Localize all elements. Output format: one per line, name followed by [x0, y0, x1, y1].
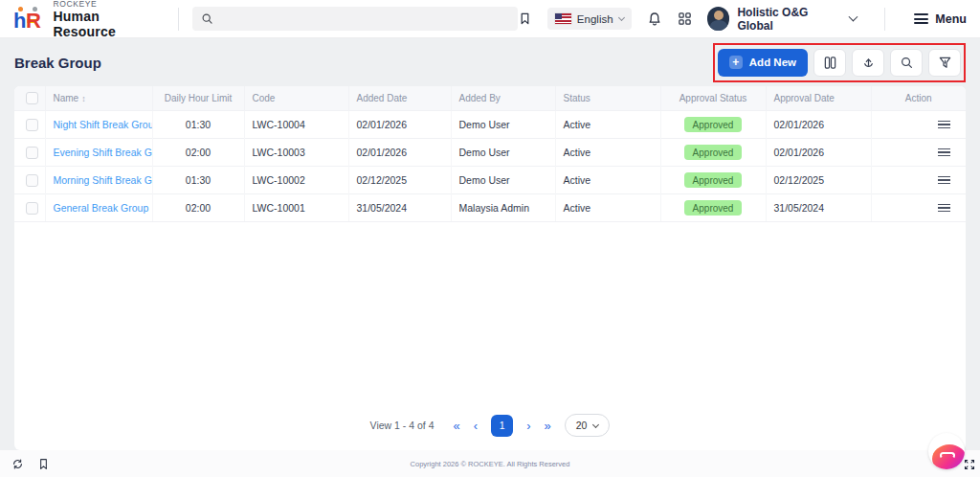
break-group-link[interactable]: Morning Shift Break Group [54, 174, 153, 186]
break-group-link[interactable]: Night Shift Break Group [54, 119, 153, 130]
chevron-down-icon [618, 13, 625, 20]
copyright-text: Copyright 2026 © ROCKEYE. All Rights Res… [0, 460, 980, 468]
table-toolbar: + Add New [718, 49, 961, 77]
added-date-cell: 02/01/2026 [348, 139, 451, 167]
code-cell: LWC-10002 [244, 167, 348, 194]
action-menu-icon [938, 173, 950, 186]
next-page-button[interactable]: › [526, 420, 530, 432]
filter-button[interactable] [928, 49, 961, 77]
approval-date-cell: 02/12/2025 [766, 167, 871, 194]
daily-hour-limit-cell: 01:30 [152, 167, 244, 194]
pagination-summary: View 1 - 4 of 4 [370, 420, 434, 431]
table-row: General Break Group 02:00 LWC-10001 31/0… [14, 194, 966, 222]
status-cell: Active [555, 167, 660, 194]
notifications-bell-icon[interactable] [647, 11, 662, 27]
status-cell: Active [555, 139, 660, 167]
select-all-checkbox[interactable] [26, 92, 38, 104]
col-header-action: Action [871, 86, 966, 111]
col-header-status: Status [555, 86, 660, 111]
break-group-table: Name↕ Daily Hour Limit Code Added Date A… [14, 86, 966, 222]
added-by-cell: Demo User [451, 167, 555, 194]
added-by-cell: Demo User [451, 111, 555, 139]
us-flag-icon [555, 13, 571, 24]
break-group-link[interactable]: General Break Group [54, 202, 149, 214]
add-new-button[interactable]: + Add New [718, 49, 808, 77]
row-checkbox[interactable] [26, 174, 38, 187]
search-input[interactable] [220, 13, 509, 25]
col-header-added-date: Added Date [348, 86, 451, 111]
row-checkbox[interactable] [26, 202, 38, 215]
search-icon [201, 12, 213, 25]
row-checkbox[interactable] [26, 147, 38, 159]
daily-hour-limit-cell: 01:30 [152, 111, 244, 139]
filter-funnel-icon [938, 56, 952, 70]
action-menu-icon [938, 201, 950, 214]
columns-icon [823, 56, 837, 70]
account-switcher[interactable]: Holistic O&G Global [707, 6, 857, 33]
action-menu-icon [938, 146, 950, 158]
export-icon [861, 56, 876, 70]
approval-status-badge: Approved [684, 145, 743, 160]
added-by-cell: Demo User [451, 139, 555, 167]
pagination: View 1 - 4 of 4 « ‹ 1 › » 20 [14, 414, 966, 450]
columns-toggle-button[interactable] [813, 49, 846, 77]
added-date-cell: 02/12/2025 [348, 167, 451, 194]
row-action-menu[interactable] [880, 146, 959, 158]
bookmark-icon[interactable] [518, 11, 532, 26]
status-cell: Active [555, 194, 660, 222]
page-size-select[interactable]: 20 [565, 414, 611, 437]
page-size-value: 20 [576, 420, 588, 431]
row-action-menu[interactable] [880, 118, 959, 130]
row-action-menu[interactable] [880, 173, 959, 186]
chevron-down-icon [592, 420, 599, 427]
table-row: Night Shift Break Group 01:30 LWC-10004 … [14, 111, 966, 139]
prev-page-button[interactable]: ‹ [474, 420, 478, 432]
language-label: English [577, 13, 613, 25]
table-row: Evening Shift Break Group 02:00 LWC-1000… [14, 139, 966, 167]
first-page-button[interactable]: « [454, 420, 460, 432]
row-action-menu[interactable] [880, 201, 959, 214]
last-page-button[interactable]: » [544, 420, 550, 432]
added-by-cell: Malaysia Admin [451, 194, 555, 222]
chat-assistant-widget[interactable] [928, 433, 965, 469]
col-header-daily-hour-limit: Daily Hour Limit [152, 86, 244, 111]
approval-status-badge: Approved [684, 117, 743, 132]
approval-status-badge: Approved [684, 200, 743, 216]
brand[interactable]: h R ROCKEYE Human Resource [13, 0, 165, 39]
daily-hour-limit-cell: 02:00 [152, 194, 244, 222]
search-table-button[interactable] [890, 49, 923, 77]
apps-grid-icon[interactable] [678, 11, 692, 26]
menu-label: Menu [935, 12, 967, 26]
code-cell: LWC-10001 [244, 194, 348, 222]
chevron-down-icon [848, 12, 858, 22]
break-group-table-card: Name↕ Daily Hour Limit Code Added Date A… [14, 86, 966, 450]
approval-date-cell: 02/01/2026 [766, 111, 871, 139]
top-bar: h R ROCKEYE Human Resource English H [0, 0, 980, 38]
action-menu-icon [938, 118, 950, 130]
fullscreen-expand-icon[interactable] [964, 457, 975, 474]
current-page-button[interactable]: 1 [491, 415, 513, 437]
company-name: ROCKEYE [53, 0, 164, 9]
status-cell: Active [555, 111, 660, 139]
col-header-approval-date: Approval Date [766, 86, 871, 111]
rockeye-logo-icon: h R [13, 7, 45, 32]
export-button[interactable] [852, 49, 884, 77]
break-group-link[interactable]: Evening Shift Break Group [54, 147, 153, 158]
language-selector[interactable]: English [547, 8, 632, 30]
added-date-cell: 02/01/2026 [348, 111, 451, 139]
table-header-row: Name↕ Daily Hour Limit Code Added Date A… [14, 86, 966, 111]
global-search[interactable] [192, 7, 518, 31]
sort-icon[interactable]: ↕ [81, 94, 86, 103]
code-cell: LWC-10004 [244, 111, 348, 139]
user-avatar [707, 7, 730, 31]
col-header-name[interactable]: Name↕ [45, 86, 152, 111]
hamburger-icon [914, 11, 928, 26]
row-checkbox[interactable] [26, 119, 38, 131]
plus-icon: + [729, 56, 743, 69]
menu-button[interactable]: Menu [914, 11, 967, 26]
page-title: Break Group [14, 55, 101, 71]
account-name: Holistic O&G Global [737, 6, 841, 33]
approval-date-cell: 31/05/2024 [766, 194, 871, 222]
approval-status-badge: Approved [684, 172, 743, 188]
add-new-label: Add New [749, 57, 796, 68]
